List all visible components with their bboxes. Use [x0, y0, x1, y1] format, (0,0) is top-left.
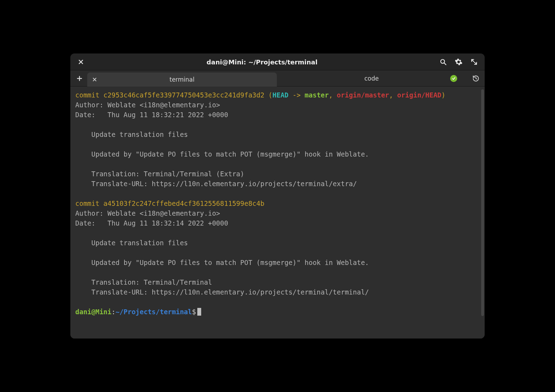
commit-body-line: Translate-URL: https://l10n.elementary.i… — [75, 180, 357, 188]
commit-line: commit c2953c46caf5fe339774750453e3cc241… — [75, 91, 273, 99]
tab-bar: terminal code — [70, 70, 485, 87]
prompt-user-host: dani@Mini — [75, 308, 111, 316]
tabs-container: terminal code — [87, 70, 466, 87]
scrollbar[interactable] — [481, 89, 484, 336]
commit-author: Author: Weblate <i18n@elementary.io> — [75, 209, 220, 217]
check-icon — [452, 76, 456, 81]
commit-author: Author: Weblate <i18n@elementary.io> — [75, 101, 220, 109]
plus-icon — [77, 76, 82, 81]
ref-remote: origin/master — [337, 91, 389, 99]
titlebar: dani@Mini: ~/Projects/terminal — [70, 53, 485, 70]
commit-body-line: Translation: Terminal/Terminal (Extra) — [75, 170, 244, 178]
tab-close-button[interactable] — [91, 76, 98, 83]
expand-icon — [471, 59, 477, 65]
commit-date: Date: Thu Aug 11 18:32:21 2022 +0000 — [75, 111, 228, 119]
prompt-sigil: $ — [192, 308, 196, 316]
tab-terminal[interactable]: terminal — [87, 72, 277, 87]
commit-line: commit a45103f2c247cffebed4cf36125568115… — [75, 200, 264, 207]
search-icon — [440, 58, 447, 65]
commit-body-line: Updated by "Update PO files to match POT… — [75, 259, 369, 266]
tab-code[interactable]: code — [277, 70, 466, 87]
cursor — [197, 308, 201, 316]
scrollbar-thumb[interactable] — [481, 89, 484, 316]
new-tab-button[interactable] — [75, 74, 84, 83]
history-button[interactable] — [471, 73, 481, 84]
close-icon — [92, 77, 97, 82]
history-icon — [472, 75, 479, 82]
commit-body-line: Updated by "Update PO files to match POT… — [75, 150, 369, 158]
window-title: dani@Mini: ~/Projects/terminal — [206, 58, 317, 66]
search-button[interactable] — [438, 56, 449, 68]
ref-remote: origin/HEAD — [397, 91, 441, 99]
commit-date: Date: Thu Aug 11 18:32:14 2022 +0000 — [75, 219, 228, 227]
terminal-output[interactable]: commit c2953c46caf5fe339774750453e3cc241… — [70, 87, 482, 339]
tab-label: code — [364, 75, 379, 82]
terminal-area[interactable]: commit c2953c46caf5fe339774750453e3cc241… — [70, 87, 485, 339]
tab-label: terminal — [170, 76, 194, 83]
fullscreen-button[interactable] — [468, 56, 480, 68]
tab-success-badge — [450, 75, 457, 82]
commit-body-line: Update translation files — [75, 239, 188, 247]
commit-body-line: Translation: Terminal/Terminal — [75, 278, 212, 286]
prompt-path: ~/Projects/terminal — [115, 308, 192, 316]
close-icon — [78, 59, 83, 64]
close-window-button[interactable] — [75, 56, 87, 68]
commit-body-line: Translate-URL: https://l10n.elementary.i… — [75, 288, 369, 296]
gear-icon — [455, 58, 462, 66]
settings-button[interactable] — [453, 56, 464, 68]
ref-local: master — [305, 91, 329, 99]
ref-head: HEAD — [273, 91, 289, 99]
terminal-window: dani@Mini: ~/Projects/terminal — [70, 53, 485, 339]
commit-body-line: Update translation files — [75, 131, 188, 138]
